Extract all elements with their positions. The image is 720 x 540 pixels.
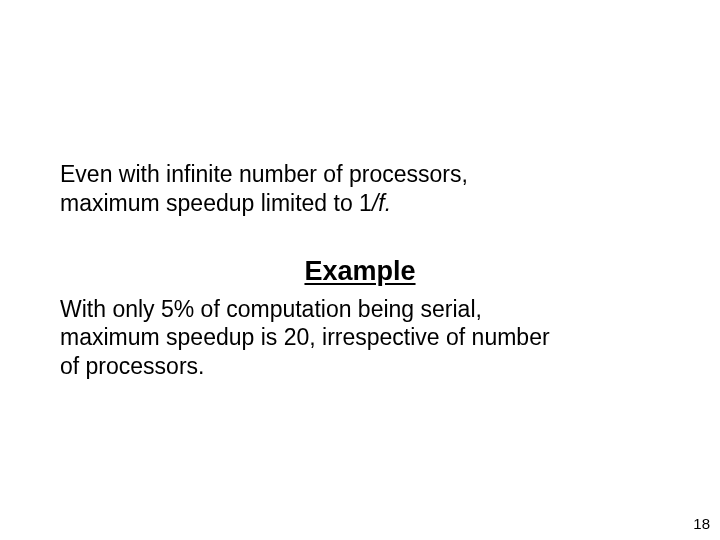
intro-line-2b: /f. bbox=[372, 190, 391, 216]
slide-content: Even with infinite number of processors,… bbox=[0, 0, 720, 381]
example-line-1: With only 5% of computation being serial… bbox=[60, 296, 482, 322]
intro-line-2a: maximum speedup limited to 1 bbox=[60, 190, 372, 216]
example-line-3: of processors. bbox=[60, 353, 204, 379]
example-line-2: maximum speedup is 20, irrespective of n… bbox=[60, 324, 550, 350]
intro-line-1: Even with infinite number of processors, bbox=[60, 161, 468, 187]
example-heading: Example bbox=[60, 256, 660, 287]
example-paragraph: With only 5% of computation being serial… bbox=[60, 295, 660, 381]
page-number: 18 bbox=[693, 515, 710, 532]
intro-paragraph: Even with infinite number of processors,… bbox=[60, 160, 660, 218]
